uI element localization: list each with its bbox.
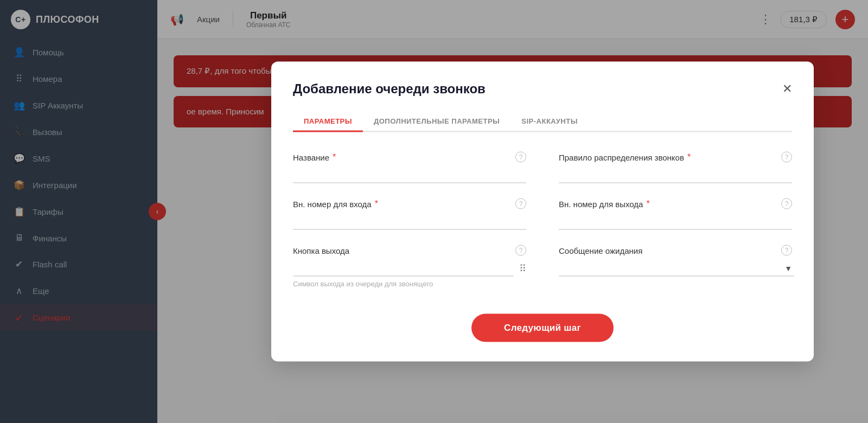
ext-in-input[interactable] [293, 214, 526, 230]
name-input[interactable] [293, 167, 526, 183]
field-ext-in-label: Вн. номер для входа * ? [293, 198, 526, 209]
field-wait-message: Сообщение ожидания ? ▼ [559, 245, 792, 288]
wait-message-help-icon[interactable]: ? [781, 245, 792, 256]
field-distribution-rule-label: Правило распределения звонков * ? [559, 152, 792, 163]
required-marker: * [646, 199, 649, 209]
modal-header: Добавление очереди звонков ✕ [293, 81, 792, 97]
keypad-icon[interactable]: ⠿ [519, 262, 526, 274]
field-exit-button-label: Кнопка выхода ? [293, 245, 526, 256]
field-ext-in: Вн. номер для входа * ? [293, 198, 526, 230]
exit-button-help-icon[interactable]: ? [515, 245, 526, 256]
next-step-button[interactable]: Следующий шаг [471, 314, 614, 342]
distribution-help-icon[interactable]: ? [781, 152, 792, 163]
field-name: Название * ? [293, 152, 526, 183]
tab-extra-params[interactable]: ДОПОЛНИТЕЛЬНЫЕ ПАРАМЕТРЫ [363, 112, 510, 132]
modal-close-button[interactable]: ✕ [782, 82, 792, 96]
distribution-rule-input[interactable] [559, 167, 792, 183]
modal-add-queue: Добавление очереди звонков ✕ ПАРАМЕТРЫ Д… [271, 62, 814, 362]
field-ext-out-label: Вн. номер для выхода * ? [559, 198, 792, 209]
modal-title: Добавление очереди звонков [293, 81, 486, 97]
field-ext-out: Вн. номер для выхода * ? [559, 198, 792, 230]
required-marker: * [687, 152, 691, 162]
wait-message-select-wrapper: ▼ [559, 260, 792, 277]
tab-params[interactable]: ПАРАМЕТРЫ [293, 112, 363, 132]
exit-button-field: ⠿ [293, 260, 526, 277]
exit-button-input[interactable] [293, 260, 514, 277]
required-marker: * [375, 199, 378, 209]
ext-out-input[interactable] [559, 214, 792, 230]
ext-in-help-icon[interactable]: ? [515, 198, 526, 209]
field-distribution-rule: Правило распределения звонков * ? [559, 152, 792, 183]
name-help-icon[interactable]: ? [515, 152, 526, 163]
modal-footer: Следующий шаг [293, 314, 792, 342]
wait-message-select[interactable] [559, 260, 794, 277]
form-grid: Название * ? Правило распределения звонк… [293, 152, 792, 303]
field-exit-button: Кнопка выхода ? ⠿ Символ выхода из очере… [293, 245, 526, 288]
exit-button-hint: Символ выхода из очереди для звонящего [293, 280, 526, 288]
field-name-label: Название * ? [293, 152, 526, 163]
field-wait-message-label: Сообщение ожидания ? [559, 245, 792, 256]
required-marker: * [333, 152, 336, 162]
modal-tabs: ПАРАМЕТРЫ ДОПОЛНИТЕЛЬНЫЕ ПАРАМЕТРЫ SIP-А… [293, 112, 792, 132]
ext-out-help-icon[interactable]: ? [781, 198, 792, 209]
tab-sip-accounts[interactable]: SIP-АККАУНТЫ [510, 112, 589, 132]
